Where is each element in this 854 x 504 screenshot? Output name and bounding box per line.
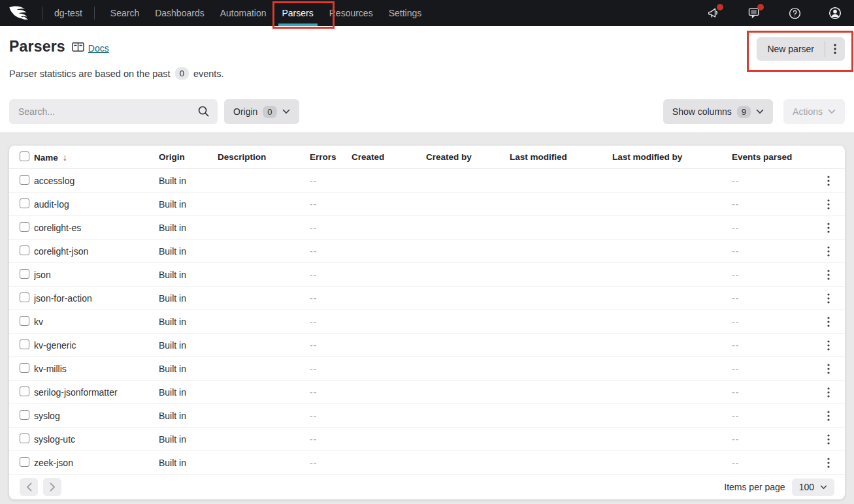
- chevron-left-icon: [26, 482, 32, 492]
- column-header-created-by[interactable]: Created by: [426, 152, 510, 162]
- table-row[interactable]: accesslog Built in -- --: [9, 169, 845, 193]
- show-columns-button[interactable]: Show columns 9: [663, 99, 773, 124]
- parser-origin: Built in: [159, 317, 218, 327]
- table-row[interactable]: corelight-es Built in -- --: [9, 216, 845, 240]
- navbar-right: [706, 6, 854, 20]
- row-checkbox[interactable]: [20, 316, 29, 326]
- row-menu-kebab-icon[interactable]: [823, 174, 834, 187]
- actions-button[interactable]: Actions: [783, 99, 845, 124]
- parser-name[interactable]: zeek-json: [34, 458, 159, 468]
- help-icon[interactable]: [787, 6, 802, 20]
- parser-errors: --: [310, 434, 352, 445]
- falcon-logo-icon[interactable]: [8, 5, 33, 22]
- column-header-origin[interactable]: Origin: [159, 152, 218, 162]
- parser-name[interactable]: accesslog: [34, 176, 159, 186]
- table-row[interactable]: syslog-utc Built in -- --: [9, 428, 845, 451]
- parser-name[interactable]: kv: [34, 317, 159, 327]
- workspace-name[interactable]: dg-test: [42, 8, 94, 18]
- docs-link[interactable]: Docs: [88, 43, 109, 54]
- row-menu-kebab-icon[interactable]: [823, 339, 834, 352]
- table-row[interactable]: zeek-json Built in -- --: [9, 451, 845, 475]
- docs-wrap: Docs: [72, 42, 109, 55]
- origin-filter-button[interactable]: Origin 0: [224, 99, 299, 124]
- new-parser-split-button: New parser: [757, 37, 845, 61]
- row-menu-kebab-icon[interactable]: [823, 386, 834, 399]
- parser-name[interactable]: json: [34, 270, 159, 280]
- column-header-description[interactable]: Description: [218, 152, 310, 162]
- row-menu-kebab-icon[interactable]: [823, 315, 834, 328]
- table-body: accesslog Built in -- -- audit-log Built…: [9, 169, 845, 475]
- parser-name[interactable]: syslog-utc: [34, 434, 159, 445]
- items-per-page-select[interactable]: 100: [792, 479, 834, 496]
- tab-search[interactable]: Search: [103, 0, 147, 26]
- account-icon[interactable]: [828, 6, 842, 20]
- parser-errors: --: [310, 340, 352, 351]
- table-row[interactable]: json Built in -- --: [9, 263, 845, 287]
- parser-errors: --: [310, 199, 352, 210]
- row-menu-kebab-icon[interactable]: [823, 433, 834, 446]
- parser-name[interactable]: json-for-action: [34, 293, 159, 304]
- new-parser-menu-kebab-icon[interactable]: [825, 37, 845, 61]
- show-columns-count-badge: 9: [737, 106, 751, 118]
- column-header-last-modified[interactable]: Last modified: [510, 152, 612, 162]
- content-background: Name↓ Origin Description Errors Created …: [0, 133, 854, 504]
- tab-dashboards[interactable]: Dashboards: [147, 0, 212, 26]
- row-menu-kebab-icon[interactable]: [823, 221, 834, 234]
- row-checkbox[interactable]: [20, 339, 29, 349]
- row-menu-kebab-icon[interactable]: [823, 268, 834, 281]
- table-row[interactable]: kv-millis Built in -- --: [9, 357, 845, 381]
- row-checkbox[interactable]: [20, 245, 29, 255]
- actions-label: Actions: [793, 106, 823, 117]
- tab-resources[interactable]: Resources: [321, 0, 381, 26]
- row-menu-kebab-icon[interactable]: [823, 292, 834, 305]
- table-row[interactable]: corelight-json Built in -- --: [9, 240, 845, 263]
- table-row[interactable]: kv-generic Built in -- --: [9, 334, 845, 357]
- table-row[interactable]: syslog Built in -- --: [9, 404, 845, 428]
- row-checkbox[interactable]: [20, 269, 29, 279]
- parser-name[interactable]: serilog-jsonformatter: [34, 387, 159, 398]
- parser-name[interactable]: corelight-es: [34, 223, 159, 233]
- table-row[interactable]: audit-log Built in -- --: [9, 193, 845, 216]
- previous-page-button[interactable]: [20, 478, 38, 496]
- feedback-icon[interactable]: [747, 6, 761, 20]
- table-row[interactable]: serilog-jsonformatter Built in -- --: [9, 381, 845, 404]
- parser-name[interactable]: corelight-json: [34, 246, 159, 257]
- tab-automation[interactable]: Automation: [212, 0, 274, 26]
- next-page-button[interactable]: [43, 478, 61, 496]
- row-checkbox[interactable]: [20, 175, 29, 185]
- row-checkbox[interactable]: [20, 363, 29, 373]
- column-header-name[interactable]: Name↓: [34, 152, 159, 163]
- top-navbar: dg-test Search Dashboards Automation Par…: [0, 0, 854, 26]
- parser-name[interactable]: kv-generic: [34, 340, 159, 351]
- parser-errors: --: [310, 364, 352, 374]
- row-checkbox[interactable]: [20, 433, 29, 443]
- parser-origin: Built in: [159, 434, 218, 445]
- row-menu-kebab-icon[interactable]: [823, 198, 834, 211]
- parser-name[interactable]: kv-millis: [34, 364, 159, 374]
- tab-parsers[interactable]: Parsers: [274, 0, 321, 26]
- row-menu-kebab-icon[interactable]: [823, 456, 834, 469]
- row-menu-kebab-icon[interactable]: [823, 245, 834, 258]
- search-box: [9, 99, 218, 124]
- column-header-errors[interactable]: Errors: [310, 152, 352, 162]
- parser-name[interactable]: syslog: [34, 411, 159, 421]
- row-checkbox[interactable]: [20, 386, 29, 396]
- row-checkbox[interactable]: [20, 222, 29, 232]
- new-parser-button[interactable]: New parser: [757, 37, 825, 61]
- parser-name[interactable]: audit-log: [34, 199, 159, 210]
- announcements-icon[interactable]: [706, 6, 721, 20]
- row-menu-kebab-icon[interactable]: [823, 362, 834, 375]
- column-header-last-modified-by[interactable]: Last modified by: [612, 152, 732, 162]
- row-checkbox[interactable]: [20, 292, 29, 302]
- row-menu-kebab-icon[interactable]: [823, 409, 834, 422]
- table-row[interactable]: json-for-action Built in -- --: [9, 287, 845, 310]
- row-checkbox[interactable]: [20, 410, 29, 420]
- search-input[interactable]: [9, 99, 218, 124]
- row-checkbox[interactable]: [20, 198, 29, 208]
- table-row[interactable]: kv Built in -- --: [9, 310, 845, 334]
- column-header-created[interactable]: Created: [352, 152, 426, 162]
- select-all-checkbox[interactable]: [20, 151, 29, 161]
- tab-settings[interactable]: Settings: [381, 0, 430, 26]
- row-checkbox[interactable]: [20, 457, 29, 467]
- column-header-events-parsed[interactable]: Events parsed: [732, 152, 805, 162]
